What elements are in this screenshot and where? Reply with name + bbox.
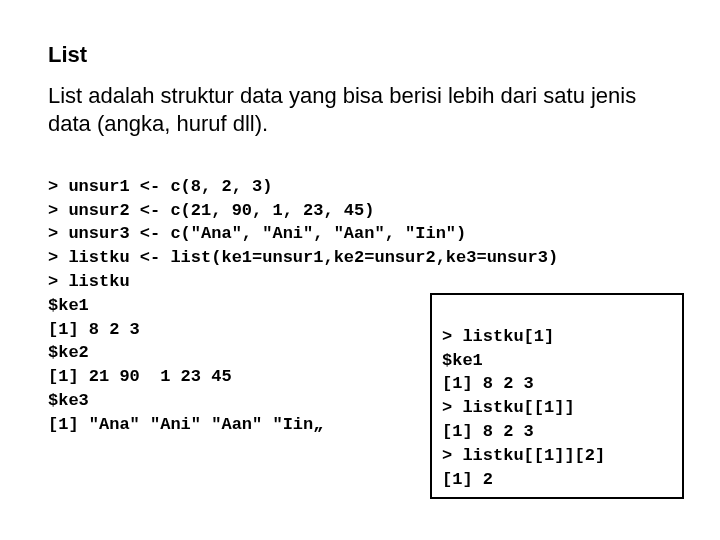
code-line: > listku[1] [442,327,554,346]
code-line: [1] 2 [442,470,493,489]
page-description: List adalah struktur data yang bisa beri… [48,82,672,137]
code-line: [1] 8 2 3 [442,422,534,441]
page-title: List [48,42,672,68]
code-line: [1] 8 2 3 [48,320,140,339]
slide-page: List List adalah struktur data yang bisa… [0,0,720,484]
code-line: [1] 21 90 1 23 45 [48,367,232,386]
code-line: > listku[[1]] [442,398,575,417]
code-line: > unsur1 <- c(8, 2, 3) [48,177,272,196]
code-line: > listku[[1]][2] [442,446,605,465]
code-line: $ke1 [442,351,483,370]
code-line: [1] "Ana" "Ani" "Aan" "Iin„ [48,415,323,434]
code-line: $ke3 [48,391,89,410]
code-line: > unsur2 <- c(21, 90, 1, 23, 45) [48,201,374,220]
code-block: > unsur1 <- c(8, 2, 3) > unsur2 <- c(21,… [48,151,672,484]
code-line: > unsur3 <- c("Ana", "Ani", "Aan", "Iin"… [48,224,466,243]
code-line: > listku <- list(ke1=unsur1,ke2=unsur2,k… [48,248,558,267]
code-line: $ke1 [48,296,89,315]
inset-code-block: > listku[1] $ke1 [1] 8 2 3 > listku[[1]]… [430,293,684,499]
code-line: $ke2 [48,343,89,362]
code-line: > listku [48,272,130,291]
code-line: [1] 8 2 3 [442,374,534,393]
